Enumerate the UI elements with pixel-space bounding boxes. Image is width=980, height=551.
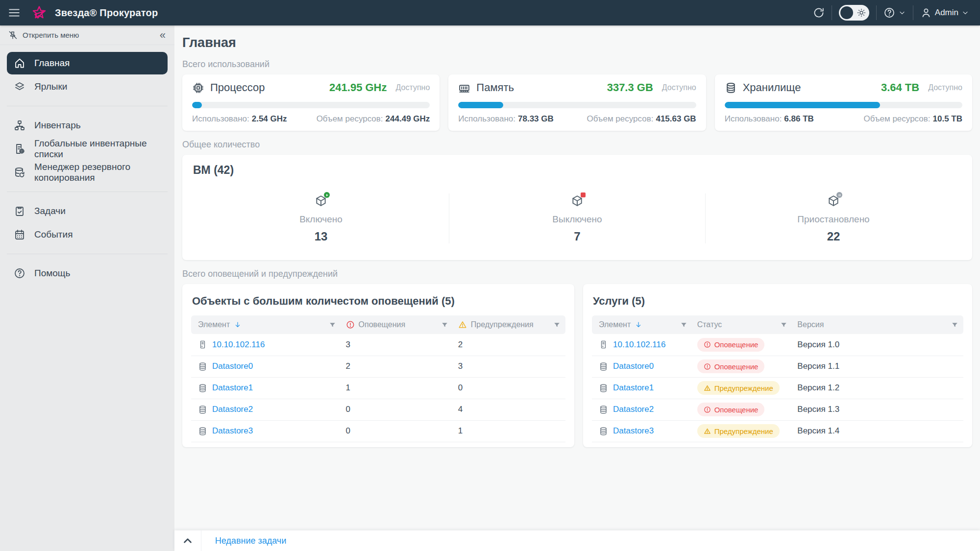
sidebar-menu: Главная Ярлыки Инвентарь Глобальные инве… bbox=[0, 45, 174, 285]
services-table: Элемент Статус bbox=[592, 315, 963, 442]
alerts-table: Элемент Оповещения bbox=[191, 315, 565, 442]
column-header-version[interactable]: Версия bbox=[792, 315, 963, 334]
datastore-icon bbox=[198, 405, 207, 414]
entity-link[interactable]: Datastore0 bbox=[212, 361, 253, 371]
entity-link[interactable]: Datastore3 bbox=[613, 426, 654, 436]
sidebar-item-label: Главная bbox=[34, 58, 70, 69]
entity-link[interactable]: Datastore1 bbox=[212, 383, 253, 393]
sidebar-item-inventory[interactable]: Инвентарь bbox=[7, 114, 168, 137]
sidebar-item-home[interactable]: Главная bbox=[7, 52, 168, 74]
version-cell: Версия 1.1 bbox=[792, 356, 963, 377]
entity-link[interactable]: Datastore3 bbox=[212, 426, 253, 436]
sidebar-item-label: Ярлыки bbox=[34, 81, 67, 92]
expand-panel-button[interactable] bbox=[181, 534, 194, 547]
user-icon bbox=[920, 7, 932, 19]
storage-icon bbox=[725, 82, 737, 94]
resource-name: Память bbox=[476, 81, 514, 94]
services-table-title: Услуги (5) bbox=[593, 295, 963, 308]
help-menu-button[interactable] bbox=[883, 7, 906, 19]
entity-link[interactable]: Datastore1 bbox=[613, 383, 654, 393]
table-row: Datastore1 1 0 bbox=[191, 377, 565, 399]
sidebar-item-labels[interactable]: Ярлыки bbox=[7, 75, 168, 98]
sidebar-item-label: Глобальные инвентарные списки bbox=[34, 138, 161, 160]
sidebar-item-help[interactable]: Помощь bbox=[7, 262, 168, 285]
warning-triangle-icon bbox=[704, 384, 711, 392]
vm-stat-label: Включено bbox=[193, 214, 449, 225]
entity-link[interactable]: Datastore2 bbox=[613, 405, 654, 414]
warnings-count: 3 bbox=[453, 356, 565, 377]
vm-stat-powered-off: Выключено 7 bbox=[449, 193, 705, 243]
chevron-up-icon bbox=[181, 534, 194, 547]
calendar-icon bbox=[14, 229, 25, 240]
unpin-icon[interactable] bbox=[8, 30, 18, 40]
alerts-table-title: Объекты с большим количестом оповещений … bbox=[192, 295, 565, 308]
refresh-icon[interactable] bbox=[813, 7, 825, 19]
divider bbox=[876, 5, 877, 20]
total-label: Объем ресурсов: bbox=[317, 114, 383, 124]
user-menu-button[interactable]: Admin bbox=[920, 7, 969, 19]
sidebar-item-label: События bbox=[34, 229, 73, 240]
services-card: Услуги (5) Элемент bbox=[583, 284, 972, 447]
total-value: 10.5 TB bbox=[933, 114, 962, 124]
vm-stat-value: 22 bbox=[706, 230, 961, 243]
datastore-icon bbox=[599, 405, 608, 414]
sidebar-item-global-lists[interactable]: Глобальные инвентарные списки bbox=[7, 138, 168, 160]
memory-progress-fill bbox=[458, 102, 503, 108]
database-backup-icon bbox=[14, 167, 25, 178]
column-header-warnings[interactable]: Предупреждения bbox=[453, 315, 565, 334]
section-label-alerts: Всего оповещений и предупреждений bbox=[182, 269, 972, 279]
divider bbox=[7, 254, 168, 254]
table-row: 10.10.102.116 3 2 bbox=[191, 334, 565, 356]
toggle-knob bbox=[840, 6, 853, 19]
column-header-status[interactable]: Статус bbox=[692, 315, 793, 334]
document-globe-icon bbox=[14, 143, 25, 155]
divider bbox=[832, 5, 832, 20]
alert-circle-icon bbox=[704, 363, 711, 370]
filter-icon[interactable] bbox=[441, 321, 448, 329]
entity-link[interactable]: Datastore2 bbox=[212, 405, 253, 414]
host-icon bbox=[198, 340, 207, 349]
sidebar-item-label: Менеджер резервного копоирования bbox=[34, 162, 161, 183]
unpin-menu-label[interactable]: Открепить меню bbox=[23, 31, 79, 39]
filter-icon[interactable] bbox=[680, 321, 687, 329]
sidebar-item-tasks[interactable]: Задачи bbox=[7, 200, 168, 222]
available-value: 241.95 GHz bbox=[329, 81, 387, 94]
used-label: Использовано: bbox=[458, 114, 515, 124]
recent-tasks-bar: Недавние задачи bbox=[174, 530, 980, 551]
vm-stat-powered-on: Включено 13 bbox=[193, 193, 449, 243]
theme-toggle[interactable] bbox=[839, 5, 869, 21]
used-value: 2.54 GHz bbox=[252, 114, 287, 124]
hamburger-menu-icon[interactable] bbox=[8, 6, 21, 19]
used-value: 6.86 TB bbox=[784, 114, 813, 124]
status-badge: Оповещение bbox=[697, 359, 765, 373]
filter-icon[interactable] bbox=[780, 321, 787, 329]
sidebar-item-label: Помощь bbox=[34, 268, 70, 279]
vm-stat-suspended: Приостановлено 22 bbox=[705, 193, 961, 243]
total-value: 415.63 GB bbox=[656, 114, 696, 124]
column-header-entity[interactable]: Элемент bbox=[592, 315, 692, 334]
entity-link[interactable]: Datastore0 bbox=[613, 361, 654, 371]
collapse-sidebar-button[interactable]: « bbox=[160, 30, 166, 41]
filter-icon[interactable] bbox=[553, 321, 561, 329]
sidebar-item-backup-manager[interactable]: Менеджер резервного копоирования bbox=[7, 161, 168, 184]
version-cell: Версия 1.0 bbox=[792, 334, 963, 356]
available-label: Доступно bbox=[396, 83, 430, 92]
alert-circle-icon bbox=[704, 406, 711, 413]
available-label: Доступно bbox=[928, 83, 962, 92]
entity-link[interactable]: 10.10.102.116 bbox=[212, 340, 265, 350]
memory-usage-card: Память 337.3 GB Доступно Использовано: 7… bbox=[448, 74, 706, 131]
table-row: Datastore0 Оповещение Версия 1.1 bbox=[592, 356, 963, 377]
sun-icon bbox=[857, 8, 866, 17]
recent-tasks-link[interactable]: Недавние задачи bbox=[215, 536, 287, 546]
datastore-icon bbox=[599, 427, 608, 436]
filter-icon[interactable] bbox=[329, 321, 336, 329]
sidebar-item-events[interactable]: События bbox=[7, 223, 168, 246]
vm-summary-card: ВМ (42) Включено 13 Выключено 7 bbox=[182, 155, 972, 260]
help-circle-icon bbox=[14, 267, 25, 279]
column-header-entity[interactable]: Элемент bbox=[191, 315, 341, 334]
column-header-alerts[interactable]: Оповещения bbox=[341, 315, 453, 334]
status-badge: Предупреждение bbox=[697, 381, 780, 395]
entity-link[interactable]: 10.10.102.116 bbox=[613, 340, 665, 350]
filter-icon[interactable] bbox=[951, 321, 958, 329]
memory-icon bbox=[458, 82, 470, 94]
